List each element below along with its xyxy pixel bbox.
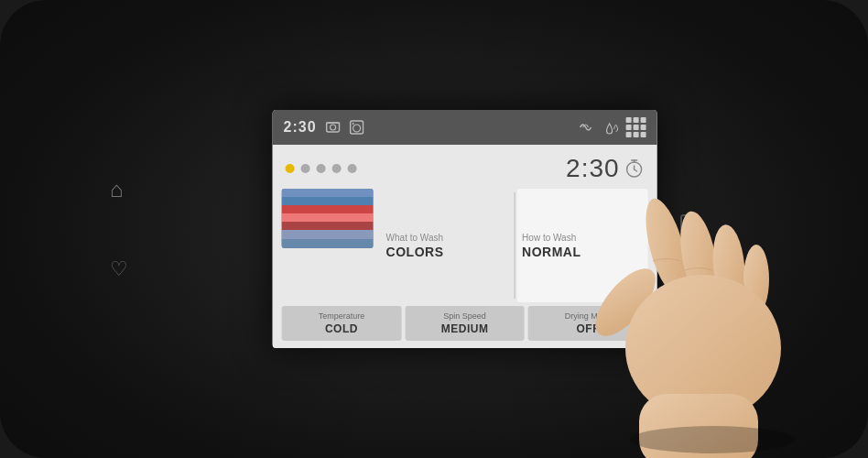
screen-content: 2:30: [273, 145, 657, 348]
svg-rect-16: [287, 196, 369, 205]
grid-menu-icon[interactable]: [626, 117, 646, 137]
laundry-image: [282, 189, 374, 248]
svg-line-12: [635, 169, 637, 171]
status-left: 2:30: [284, 119, 364, 136]
timer-value: 2:30: [566, 154, 620, 183]
svg-rect-21: [287, 239, 369, 246]
what-to-wash-value: COLORS: [386, 245, 506, 259]
svg-rect-20: [287, 231, 369, 239]
wash-details: What to Wash COLORS How to Wash NORMAL: [381, 189, 648, 302]
wash-info-row: What to Wash COLORS How to Wash NORMAL: [273, 189, 657, 302]
status-bar: 2:30: [273, 110, 657, 145]
svg-rect-0: [681, 215, 696, 235]
dot-4[interactable]: [332, 164, 342, 173]
svg-point-8: [353, 125, 361, 132]
status-time: 2:30: [284, 119, 317, 136]
spin-wave-icon: [579, 120, 595, 135]
dots-timer-row: 2:30: [273, 145, 657, 189]
svg-rect-1: [684, 219, 693, 221]
temperature-value: COLD: [325, 322, 358, 335]
what-to-wash-label: What to Wash: [386, 233, 506, 243]
right-panel-icon: [678, 213, 703, 245]
dot-2[interactable]: [301, 164, 310, 173]
dot-3[interactable]: [317, 164, 326, 173]
left-nav-icons: ⌂ ♡: [110, 177, 128, 281]
section-divider: [514, 192, 515, 299]
temperature-label: Temperature: [319, 311, 365, 321]
laundry-svg: [282, 189, 374, 248]
heart-icon[interactable]: ♡: [110, 257, 128, 281]
main-screen: 2:30: [273, 110, 657, 348]
drying-mode-button[interactable]: Drying Mode OFF: [528, 306, 648, 341]
droplets-icon: [602, 120, 619, 135]
wash-tub-icon: [326, 120, 341, 135]
what-to-wash-section[interactable]: What to Wash COLORS: [381, 189, 512, 302]
drying-mode-value: OFF: [577, 322, 601, 335]
spin-speed-button[interactable]: Spin Speed MEDIUM: [405, 306, 525, 341]
step-dots: [286, 164, 357, 173]
dryer-icon: [350, 120, 364, 135]
how-to-wash-label: How to Wash: [522, 233, 643, 243]
spin-speed-label: Spin Speed: [443, 311, 486, 321]
svg-rect-15: [282, 189, 374, 248]
drying-mode-label: Drying Mode: [565, 311, 612, 321]
svg-rect-17: [287, 205, 369, 214]
how-to-wash-value: NORMAL: [522, 245, 643, 259]
timer-display: 2:30: [566, 154, 645, 183]
svg-point-5: [331, 125, 336, 130]
svg-rect-19: [287, 223, 369, 231]
temperature-button[interactable]: Temperature COLD: [282, 306, 402, 341]
svg-point-9: [353, 123, 354, 125]
svg-rect-18: [287, 214, 369, 223]
controls-row: Temperature COLD Spin Speed MEDIUM Dryin…: [273, 302, 657, 348]
svg-rect-2: [684, 223, 693, 224]
status-right: [579, 117, 646, 137]
svg-rect-3: [684, 226, 690, 228]
dot-1[interactable]: [286, 164, 295, 173]
how-to-wash-section[interactable]: How to Wash NORMAL: [516, 189, 648, 302]
dot-5[interactable]: [348, 164, 357, 173]
home-icon[interactable]: ⌂: [110, 177, 128, 202]
spin-speed-value: MEDIUM: [441, 322, 489, 335]
timer-icon: [624, 158, 645, 179]
